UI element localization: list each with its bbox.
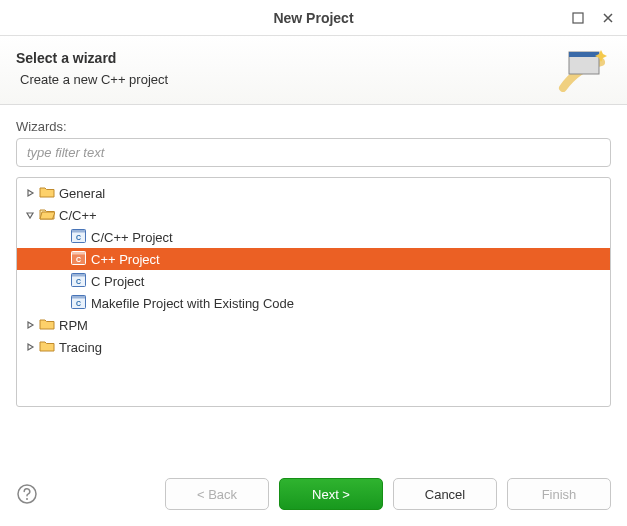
tree-label: General [59,186,105,201]
tree-folder[interactable]: General [17,182,610,204]
project-icon: C [71,273,91,290]
wizard-header: Select a wizard Create a new C++ project [0,36,627,105]
tree-item[interactable]: CMakefile Project with Existing Code [17,292,610,314]
tree-folder[interactable]: C/C++ [17,204,610,226]
next-button[interactable]: Next > [279,478,383,510]
svg-text:C: C [76,277,81,284]
titlebar: New Project [0,0,627,36]
tree-label: C++ Project [91,252,160,267]
header-title: Select a wizard [16,50,557,66]
svg-rect-10 [72,273,86,276]
svg-text:C: C [76,255,81,262]
project-icon: C [71,229,91,246]
svg-point-16 [26,498,28,500]
chevron-right-icon[interactable] [23,186,37,200]
wizard-tree[interactable]: GeneralC/C++CC/C++ ProjectCC++ ProjectCC… [16,177,611,407]
wizard-filter-input[interactable] [16,138,611,167]
folder-open-icon [39,207,59,223]
tree-label: Makefile Project with Existing Code [91,296,294,311]
folder-icon [39,185,59,201]
svg-rect-7 [72,251,86,254]
project-icon: C [71,295,91,312]
tree-item[interactable]: CC Project [17,270,610,292]
project-icon: C [71,251,91,268]
svg-text:C: C [76,299,81,306]
help-icon[interactable] [16,483,38,505]
wizards-label: Wizards: [16,119,611,134]
tree-label: Tracing [59,340,102,355]
svg-rect-2 [569,52,599,57]
svg-rect-13 [72,295,86,298]
window-title: New Project [273,10,353,26]
tree-label: C/C++ [59,208,97,223]
svg-text:C: C [76,233,81,240]
cancel-button[interactable]: Cancel [393,478,497,510]
header-subtitle: Create a new C++ project [16,72,557,87]
svg-rect-0 [573,13,583,23]
svg-rect-4 [72,229,86,232]
tree-item[interactable]: CC/C++ Project [17,226,610,248]
folder-icon [39,317,59,333]
tree-item[interactable]: CC++ Project [17,248,610,270]
wizard-footer: < Back Next > Cancel Finish [0,466,627,526]
chevron-right-icon[interactable] [23,318,37,332]
wizard-content: Wizards: GeneralC/C++CC/C++ ProjectCC++ … [0,105,627,413]
tree-folder[interactable]: RPM [17,314,610,336]
minimize-button[interactable] [567,7,589,29]
wizard-banner-icon [557,48,611,92]
tree-label: RPM [59,318,88,333]
tree-folder[interactable]: Tracing [17,336,610,358]
finish-button[interactable]: Finish [507,478,611,510]
folder-icon [39,339,59,355]
tree-label: C/C++ Project [91,230,173,245]
close-button[interactable] [597,7,619,29]
chevron-down-icon[interactable] [23,208,37,222]
tree-label: C Project [91,274,144,289]
back-button[interactable]: < Back [165,478,269,510]
chevron-right-icon[interactable] [23,340,37,354]
